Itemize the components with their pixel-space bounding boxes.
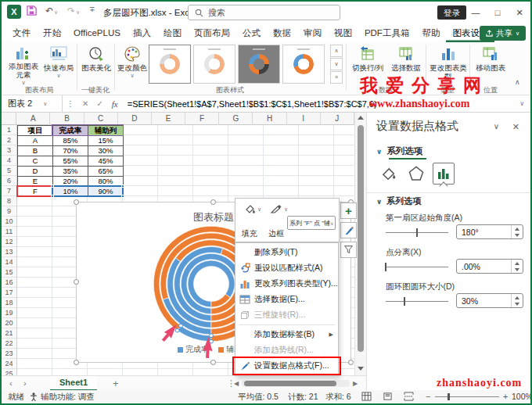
table-cell[interactable]: 80%: [88, 177, 124, 187]
table-cell[interactable]: 90%: [88, 187, 124, 197]
border-color-button[interactable]: [267, 203, 286, 216]
hscroll-right-icon[interactable]: ▶: [353, 376, 358, 391]
column-header-F[interactable]: F: [185, 113, 219, 125]
table-cell[interactable]: 35%: [53, 167, 88, 177]
zoom-slider-thumb[interactable]: [448, 393, 450, 400]
spinner-up-icon[interactable]: [515, 228, 519, 231]
table-header-完成率[interactable]: 完成率: [53, 126, 88, 136]
maximize-icon[interactable]: □: [487, 2, 509, 23]
enter-formula-icon[interactable]: ✓: [92, 99, 106, 108]
table-cell[interactable]: 10%: [53, 187, 88, 197]
cancel-formula-icon[interactable]: ✕: [78, 99, 92, 108]
slider-thumb[interactable]: [385, 263, 386, 271]
scroll-down-icon[interactable]: [358, 367, 364, 371]
horizontal-scrollbar[interactable]: [242, 380, 350, 387]
table-cell[interactable]: 15%: [88, 136, 124, 146]
undo-icon[interactable]: ↶∨: [45, 5, 58, 16]
add-chart-element-button[interactable]: 添加图表元素∨: [5, 44, 41, 84]
table-cell[interactable]: 20%: [53, 177, 88, 187]
row-header-17[interactable]: 17: [2, 288, 16, 298]
hscroll-left-icon[interactable]: ◀: [234, 376, 239, 391]
page-layout-view-icon[interactable]: [383, 392, 393, 405]
column-header-J[interactable]: J: [321, 113, 354, 125]
slider-thumb[interactable]: [416, 228, 418, 237]
table-cell[interactable]: 65%: [88, 167, 124, 177]
zoom-in-icon[interactable]: +: [503, 390, 508, 403]
row-header-11[interactable]: 11: [2, 227, 16, 237]
fill-line-tab-icon[interactable]: [379, 166, 397, 185]
context-menu-item[interactable]: 重设以匹配样式(A): [235, 260, 338, 276]
table-cell[interactable]: B: [18, 146, 53, 156]
spinner[interactable]: [511, 294, 523, 307]
legend-item-完成率[interactable]: 完成率: [178, 344, 209, 355]
namebox-dropdown-icon[interactable]: ∨: [43, 101, 47, 107]
menu-tab-PDF工具箱[interactable]: PDF工具箱: [358, 23, 416, 42]
fill-color-button[interactable]: [240, 203, 259, 216]
normal-view-icon[interactable]: [361, 392, 372, 405]
spinner[interactable]: [511, 225, 523, 238]
effects-tab-icon[interactable]: [408, 166, 425, 185]
column-header-A[interactable]: A: [16, 113, 50, 125]
column-header-G[interactable]: G: [219, 113, 253, 125]
table-cell[interactable]: 45%: [88, 156, 124, 167]
sheet-tab-sheet1[interactable]: Sheet1: [50, 376, 97, 391]
chart-handle-top-mid[interactable]: [210, 199, 216, 205]
chart-styles-button[interactable]: [340, 222, 357, 238]
gallery-up-icon[interactable]: ∧: [330, 45, 343, 57]
menu-tab-数据[interactable]: 数据: [267, 23, 297, 42]
chart-element-selector[interactable]: 系列 "F" 点 "辅∨: [287, 216, 336, 230]
column-header-C[interactable]: C: [84, 113, 118, 125]
row-header-2[interactable]: 2: [2, 135, 16, 145]
spinner-down-icon[interactable]: [515, 234, 519, 237]
namebox-splitter-icon[interactable]: ⋮: [63, 99, 78, 108]
table-cell[interactable]: 55%: [53, 156, 88, 167]
data-point-handle[interactable]: [210, 339, 214, 343]
row-header-6[interactable]: 6: [2, 176, 16, 186]
table-header-辅助列[interactable]: 辅助列: [88, 126, 124, 136]
row-header-1[interactable]: 1: [2, 125, 16, 135]
value-input[interactable]: 180°: [456, 224, 523, 239]
quick-layout-button[interactable]: 快速布局∨: [41, 44, 77, 84]
row-header-12[interactable]: 12: [2, 237, 16, 247]
menu-tab-页面布局[interactable]: 页面布局: [188, 23, 236, 42]
select-all-corner[interactable]: [2, 113, 16, 125]
horizontal-scroll-thumb[interactable]: [244, 381, 336, 386]
menu-tab-视图[interactable]: 视图: [328, 23, 358, 42]
pane-close-icon[interactable]: ✕: [512, 122, 519, 132]
table-cell[interactable]: 30%: [88, 146, 124, 156]
menu-tab-帮助[interactable]: 帮助: [415, 23, 446, 42]
table-cell[interactable]: A: [18, 136, 53, 146]
chart-elements-button[interactable]: +: [340, 202, 357, 219]
column-header-B[interactable]: B: [50, 113, 84, 125]
row-header-9[interactable]: 9: [2, 206, 16, 217]
row-header-4[interactable]: 4: [2, 156, 16, 166]
chart-style-4[interactable]: [282, 45, 325, 84]
zoom-slider[interactable]: [435, 396, 499, 397]
data-point-handle[interactable]: [175, 328, 179, 332]
change-colors-button[interactable]: 更改颜色∨: [117, 44, 148, 84]
prev-sheet-icon[interactable]: ‹: [9, 376, 13, 391]
expand-formula-bar-icon[interactable]: ∨: [519, 100, 530, 107]
row-header-8[interactable]: 8: [2, 196, 16, 206]
login-button[interactable]: 登录: [437, 5, 466, 20]
chart-handle-bottom-mid[interactable]: [210, 360, 216, 365]
table-header-项目[interactable]: 项目: [18, 126, 53, 136]
column-header-I[interactable]: I: [287, 113, 321, 125]
vertical-scroll-thumb[interactable]: [358, 125, 364, 352]
menu-tab-插入[interactable]: 插入: [127, 23, 157, 42]
chart-beautify-button[interactable]: 图表美化: [79, 44, 113, 84]
row-header-14[interactable]: 14: [2, 257, 16, 267]
excel-app-icon[interactable]: X: [7, 5, 21, 19]
chart-handle-left-mid[interactable]: [74, 279, 79, 285]
menu-tab-OfficePLUS[interactable]: OfficePLUS: [67, 23, 127, 42]
context-menu-item[interactable]: 更改系列图表类型(Y)...: [235, 276, 338, 292]
table-cell[interactable]: 85%: [53, 136, 88, 146]
series-options-section-header[interactable]: ∨ 系列选项: [376, 195, 421, 207]
row-header-18[interactable]: 18: [2, 298, 16, 308]
slider-track[interactable]: [386, 301, 448, 302]
menu-tab-开始[interactable]: 开始: [37, 23, 67, 42]
row-header-3[interactable]: 3: [2, 145, 16, 156]
fill-dropdown-icon[interactable]: ∨: [257, 206, 261, 213]
accessibility-icon[interactable]: [30, 390, 38, 403]
data-table[interactable]: 项目完成率辅助列A85%15%B70%30%C55%45%D35%65%E20%…: [17, 125, 124, 197]
